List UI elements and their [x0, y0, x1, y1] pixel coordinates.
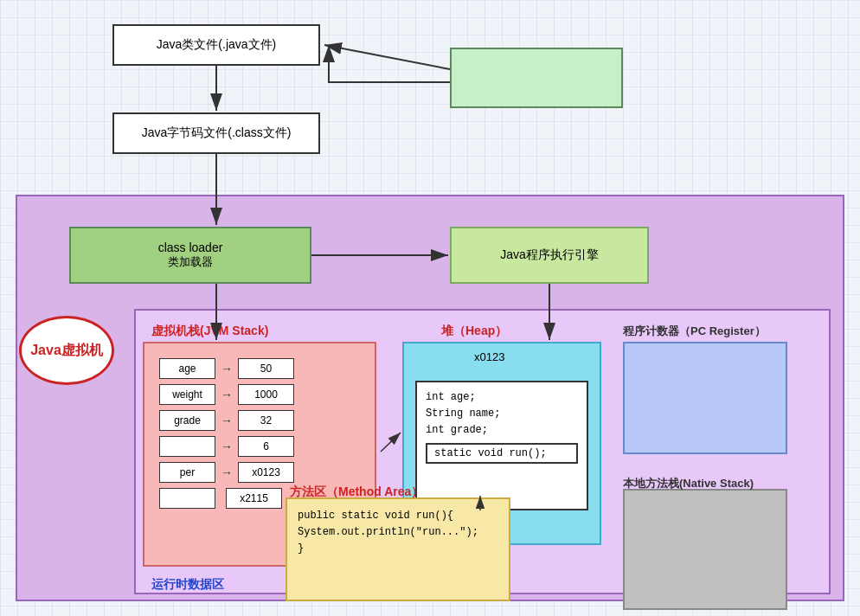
jvm-stack-title: 虚拟机栈(JVM Stack): [151, 324, 268, 339]
bytecode-label: Java字节码文件(.class文件): [142, 125, 292, 141]
jvm-bubble-label: Java虚拟机: [19, 316, 114, 385]
heap-line1: int age;: [426, 389, 578, 406]
runtime-label: 运行时数据区: [151, 577, 224, 593]
stack-value-x2115: x2115: [226, 488, 282, 509]
stack-value-weight: 1000: [238, 384, 294, 405]
pc-register-area: [623, 342, 787, 454]
stack-row-weight: weight → 1000: [159, 384, 294, 405]
method-area-title: 方法区（Method Area）: [290, 484, 423, 500]
heap-line2: String name;: [426, 406, 578, 422]
java-file-label: Java类文件(.java文件): [157, 37, 276, 53]
stack-value-per: x0123: [238, 462, 294, 483]
class-loader-line2: 类加载器: [168, 254, 213, 270]
pc-register-title: 程序计数器（PC Register）: [623, 324, 766, 339]
diagram: Java类文件(.java文件) Java字节码文件(.class文件) cla…: [0, 0, 860, 616]
stack-label-age: age: [159, 358, 215, 379]
heap-address: x0123: [474, 350, 504, 363]
exec-engine-label: Java程序执行引擎: [500, 247, 599, 263]
stack-row-x2115: x2115: [159, 488, 294, 509]
method-code-line3: }: [298, 541, 498, 557]
stack-label-per: per: [159, 462, 215, 483]
heap-title: 堆（Heap）: [441, 324, 507, 339]
method-area-content: public static void run(){ System.out.pri…: [287, 499, 509, 567]
heap-static-method: static void run();: [426, 443, 578, 464]
method-code-line1: public static void run(){: [298, 508, 498, 524]
method-code-line2: System.out.println("run...");: [298, 524, 498, 541]
stack-label-weight: weight: [159, 384, 215, 405]
native-stack-area: [623, 489, 787, 610]
method-area: public static void run(){ System.out.pri…: [286, 497, 510, 601]
stack-row-per: per → x0123: [159, 462, 294, 483]
stack-row-age: age → 50: [159, 358, 294, 379]
stack-value-age: 50: [238, 358, 294, 379]
stack-label-empty2: [159, 488, 215, 509]
stack-label-grade: grade: [159, 410, 215, 431]
bytecode-box: Java字节码文件(.class文件): [112, 112, 320, 154]
stack-value-grade: 32: [238, 410, 294, 431]
stack-row-grade: grade → 32: [159, 410, 294, 431]
heap-line3: int grade;: [426, 422, 578, 439]
class-loader-box: class loader 类加载器: [69, 227, 311, 284]
class-loader-line1: class loader: [158, 241, 223, 254]
exec-engine-box: Java程序执行引擎: [450, 227, 649, 284]
svg-line-2: [324, 45, 450, 69]
stack-rows: age → 50 weight → 1000 grade → 32 → 6 pe…: [149, 353, 305, 514]
java-file-box: Java类文件(.java文件): [112, 24, 320, 66]
stack-value-6: 6: [238, 436, 294, 457]
java-compiler-box: [450, 48, 623, 108]
stack-label-empty1: [159, 436, 215, 457]
stack-row-6: → 6: [159, 436, 294, 457]
heap-inner-box: int age; String name; int grade; static …: [415, 381, 588, 510]
heap-content: int age; String name; int grade; static …: [417, 382, 587, 471]
native-stack-title: 本地方法栈(Native Stack): [623, 476, 754, 491]
